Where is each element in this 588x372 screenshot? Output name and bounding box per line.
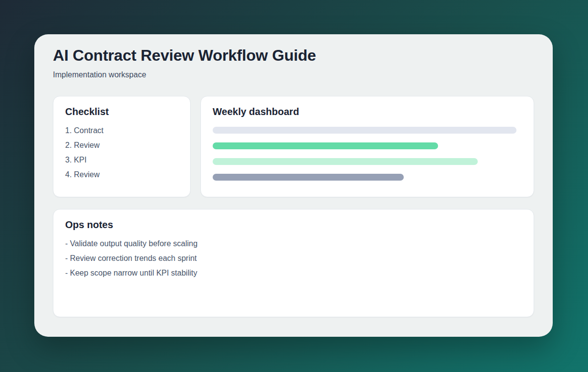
weekly-dashboard-panel: Weekly dashboard <box>200 96 534 197</box>
checklist-item: 2. Review <box>65 138 178 153</box>
page-title: AI Contract Review Workflow Guide <box>53 47 534 64</box>
ops-note: - Keep scope narrow until KPI stability <box>65 266 522 280</box>
skeleton-bar-1 <box>213 127 516 134</box>
workspace-card: AI Contract Review Workflow Guide Implem… <box>34 34 553 337</box>
checklist-panel: Checklist 1. Contract 2. Review 3. KPI 4… <box>53 96 191 197</box>
checklist-items: 1. Contract 2. Review 3. KPI 4. Review <box>65 123 178 182</box>
top-panels-row: Checklist 1. Contract 2. Review 3. KPI 4… <box>53 96 534 197</box>
dashboard-bars <box>213 127 522 181</box>
weekly-dashboard-heading: Weekly dashboard <box>213 106 522 117</box>
skeleton-bar-4 <box>213 174 404 181</box>
ops-note: - Review correction trends each sprint <box>65 251 522 266</box>
checklist-item: 1. Contract <box>65 123 178 138</box>
checklist-item: 4. Review <box>65 167 178 182</box>
checklist-item: 3. KPI <box>65 153 178 167</box>
skeleton-bar-2 <box>213 142 438 149</box>
skeleton-bar-3 <box>213 158 478 165</box>
page-subtitle: Implementation workspace <box>53 70 534 79</box>
ops-notes-list: - Validate output quality before scaling… <box>65 236 522 280</box>
ops-notes-heading: Ops notes <box>65 219 522 231</box>
ops-note: - Validate output quality before scaling <box>65 236 522 251</box>
ops-notes-panel: Ops notes - Validate output quality befo… <box>53 209 534 317</box>
checklist-heading: Checklist <box>65 106 178 117</box>
